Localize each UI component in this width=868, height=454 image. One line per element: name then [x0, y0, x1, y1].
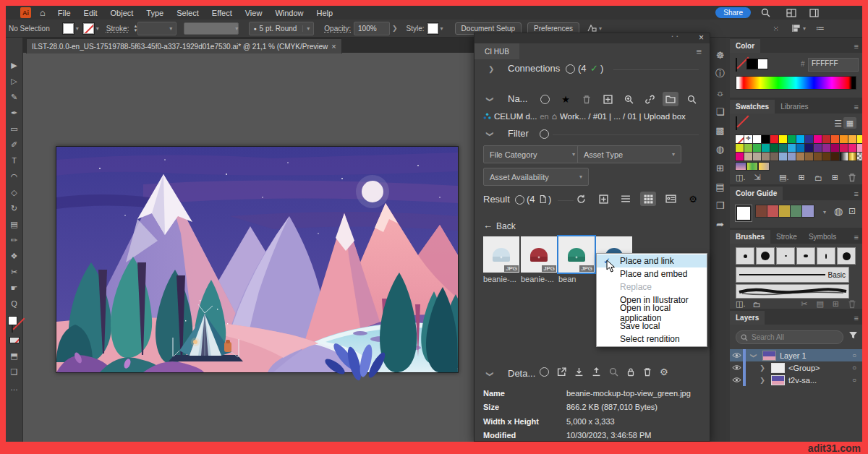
- layer-row[interactable]: ❯t2v-sa...○: [730, 374, 862, 386]
- swatch[interactable]: [796, 135, 804, 143]
- cihub-titlebar[interactable]: ⠂⠂ ×: [475, 33, 710, 43]
- file-category-dropdown[interactable]: File Category▾: [483, 145, 582, 163]
- color-wheel-icon[interactable]: ◍: [834, 205, 843, 217]
- swatch[interactable]: [822, 135, 830, 143]
- color-panel-header[interactable]: Color ≡: [730, 37, 862, 53]
- menu-help[interactable]: Help: [317, 9, 333, 17]
- swatch[interactable]: [753, 135, 761, 143]
- current-fill-swatch[interactable]: [736, 116, 737, 130]
- search-icon[interactable]: [684, 92, 699, 106]
- connections-expand-icon[interactable]: ❯: [488, 65, 494, 73]
- symbols-tab[interactable]: Symbols: [803, 230, 842, 244]
- menu-object[interactable]: Object: [111, 9, 134, 17]
- document-tab[interactable]: ILST-28.0.0-en_US-17519788-5f63-45f0-a33…: [26, 38, 342, 53]
- apply-group-icon[interactable]: ⊡: [848, 206, 856, 216]
- info-icon[interactable]: [515, 195, 524, 205]
- brushes-panel-menu-icon[interactable]: ≡: [854, 233, 862, 244]
- back-link[interactable]: Back: [496, 221, 516, 231]
- layer-row[interactable]: ❯Layer 1○: [730, 349, 862, 361]
- basic-brush-row[interactable]: Basic: [736, 267, 849, 283]
- swatch[interactable]: [814, 135, 822, 143]
- refresh-icon[interactable]: [573, 192, 589, 206]
- eyedropper-tool[interactable]: ✏: [10, 232, 17, 248]
- swatch[interactable]: [840, 135, 848, 143]
- swatches-tab[interactable]: Swatches: [730, 100, 775, 113]
- swatch[interactable]: ✛: [744, 135, 752, 143]
- swatch[interactable]: [744, 144, 752, 152]
- remove-brush-stroke-icon[interactable]: ✂: [801, 299, 807, 309]
- details-collapse-icon[interactable]: ❯: [486, 371, 494, 377]
- image-swatch[interactable]: [747, 163, 757, 170]
- link-icon[interactable]: [642, 92, 658, 106]
- base-color-swatch[interactable]: [736, 205, 752, 221]
- brush-preview[interactable]: [776, 247, 795, 265]
- swatch[interactable]: [788, 144, 796, 152]
- brush-options-icon[interactable]: ▤: [816, 299, 823, 309]
- artboard-artwork[interactable]: [56, 146, 459, 373]
- swatch[interactable]: [848, 144, 856, 152]
- upload-icon[interactable]: [592, 367, 601, 377]
- visibility-eye-icon[interactable]: [730, 352, 743, 359]
- align-dropdown-icon[interactable]: ▾: [803, 25, 806, 32]
- asset-type-dropdown[interactable]: Asset Type▾: [577, 145, 681, 163]
- swatch[interactable]: [753, 144, 761, 152]
- menu-window[interactable]: Window: [275, 9, 303, 17]
- swatch-themes-icon[interactable]: ⇲: [754, 173, 760, 182]
- swatch[interactable]: [736, 153, 744, 160]
- breadcrumb[interactable]: CELUM d... en ⌂ Work... / #01 | ... / 01…: [483, 111, 686, 121]
- fill-color-swatch[interactable]: [63, 23, 74, 34]
- swatch[interactable]: [762, 144, 770, 152]
- lock-icon[interactable]: [626, 367, 635, 377]
- layer-target-icon[interactable]: ○: [852, 376, 856, 384]
- breadcrumb-path[interactable]: Work... / #01 | ... / 01 | Upload box: [560, 112, 686, 121]
- gear-icon[interactable]: ⚙: [660, 367, 668, 377]
- color-mode-icon[interactable]: [6, 332, 22, 348]
- brush-preview[interactable]: [837, 247, 856, 265]
- layer-target-icon[interactable]: ○: [852, 351, 856, 359]
- pages-panel-icon[interactable]: ❏: [716, 102, 725, 121]
- cihub-panel-menu-icon[interactable]: ≡: [696, 46, 705, 59]
- context-menu-item[interactable]: Open in local application: [597, 307, 707, 320]
- opacity-expand-icon[interactable]: ❯: [392, 25, 398, 32]
- color-spectrum-bar[interactable]: [736, 76, 856, 90]
- asset-thumbnail[interactable]: JPG: [483, 236, 519, 273]
- color-guide-menu-icon[interactable]: ≡: [854, 189, 862, 200]
- color-none-swatch[interactable]: [736, 58, 737, 72]
- visibility-eye-icon[interactable]: [730, 377, 743, 383]
- swatch[interactable]: [831, 153, 839, 160]
- panel-collapse-icon[interactable]: ⠂⠂: [671, 33, 681, 40]
- gradient-panel-icon[interactable]: ▩: [715, 121, 724, 140]
- arc-tool[interactable]: ◠: [10, 168, 17, 184]
- stroke-color-dropdown-icon[interactable]: ▾: [96, 25, 99, 32]
- layers-search-input[interactable]: Search All: [736, 330, 843, 344]
- swatch[interactable]: [822, 144, 830, 152]
- context-menu-item[interactable]: Save local: [597, 320, 707, 333]
- isolate-dropdown-icon[interactable]: ▾: [599, 25, 602, 32]
- list-view-icon[interactable]: [618, 192, 634, 206]
- style-swatch[interactable]: [427, 23, 438, 34]
- fill-color-dropdown-icon[interactable]: ▾: [76, 25, 79, 32]
- swatch[interactable]: [805, 153, 813, 160]
- color-group-swatch[interactable]: [802, 205, 814, 217]
- shaper-tool[interactable]: ◇: [10, 184, 17, 200]
- trash-icon[interactable]: [579, 92, 595, 106]
- workspace-icon[interactable]: [809, 9, 819, 17]
- swatch[interactable]: [831, 144, 839, 152]
- align-options-icon[interactable]: [791, 24, 801, 33]
- swatch[interactable]: [736, 144, 744, 152]
- layer-expand-icon[interactable]: ❯: [750, 351, 757, 361]
- align-panel-icon[interactable]: ▤: [715, 177, 724, 196]
- folder-icon[interactable]: [663, 92, 678, 106]
- menu-view[interactable]: View: [245, 9, 263, 17]
- screen-mode-icon[interactable]: ❑: [6, 364, 22, 380]
- filter-label[interactable]: Filter: [508, 128, 529, 139]
- pen-tool[interactable]: ✒: [10, 105, 17, 121]
- menu-select[interactable]: Select: [176, 9, 199, 17]
- blend-tool[interactable]: ❖: [10, 248, 17, 264]
- stroke-tab[interactable]: Stroke: [770, 230, 803, 244]
- context-menu-item[interactable]: Select rendition: [597, 333, 707, 346]
- swatch[interactable]: [744, 153, 752, 160]
- swatch[interactable]: [770, 153, 778, 160]
- swatch[interactable]: [831, 135, 839, 143]
- properties-list-icon[interactable]: ≔: [816, 23, 825, 33]
